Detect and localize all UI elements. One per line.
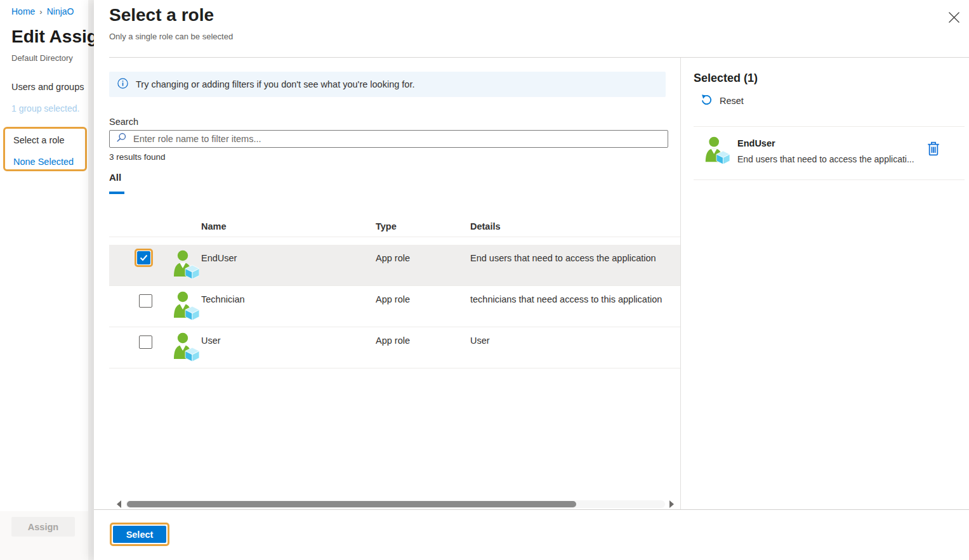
page-scrollbar-strip [88, 0, 94, 560]
checkbox-annotation-box [135, 249, 153, 267]
breadcrumb-current-link[interactable]: NinjaO [47, 6, 74, 16]
page-subtitle: Default Directory [11, 53, 73, 63]
info-banner-text: Try changing or adding filters if you do… [136, 79, 414, 89]
background-page-footer: Assign [0, 511, 88, 560]
select-role-annotation-box: Select a role None Selected [3, 127, 87, 171]
tab-all[interactable]: All [109, 172, 121, 183]
roles-table-body: EndUser App role End users that need to … [109, 245, 680, 368]
role-name: User [201, 335, 221, 346]
search-box [109, 130, 668, 148]
search-icon [115, 132, 127, 146]
selected-list-divider [694, 179, 965, 180]
scroll-left-arrow[interactable] [115, 500, 123, 509]
app-role-person-cube-icon [171, 291, 199, 320]
info-icon [117, 78, 128, 91]
role-name: Technician [201, 294, 245, 304]
role-details: User [470, 335, 680, 346]
column-header-details: Details [470, 221, 501, 231]
assign-button[interactable]: Assign [11, 517, 75, 537]
reset-button[interactable]: Reset [701, 94, 744, 108]
breadcrumb-home-link[interactable]: Home [11, 6, 35, 16]
scroll-right-arrow[interactable] [669, 500, 676, 509]
role-type: App role [376, 335, 410, 346]
tab-active-underline [109, 192, 124, 194]
search-input[interactable] [133, 131, 668, 147]
selected-item-description: End users that need to access the applic… [737, 154, 921, 164]
close-icon[interactable] [945, 9, 963, 27]
role-details: technicians that need access to this app… [470, 294, 680, 304]
panel-subtitle: Only a single role can be selected [109, 32, 233, 41]
table-row-technician[interactable]: Technician App role technicians that nee… [109, 286, 680, 327]
role-type: App role [376, 294, 410, 304]
none-selected-link[interactable]: None Selected [13, 157, 74, 167]
table-row-enduser[interactable]: EndUser App role End users that need to … [109, 245, 680, 286]
table-row-user[interactable]: User App role User [109, 327, 680, 368]
select-button[interactable]: Select [113, 526, 166, 543]
selected-panel-title: Selected (1) [694, 72, 758, 85]
app-role-person-cube-icon [171, 332, 199, 361]
info-banner: Try changing or adding filters if you do… [109, 72, 666, 97]
horizontal-scrollbar-thumb[interactable] [127, 501, 576, 507]
role-checkbox-checked[interactable] [137, 251, 150, 264]
select-button-annotation-box: Select [110, 523, 169, 546]
role-name: EndUser [201, 253, 237, 263]
role-checkbox-unchecked[interactable] [139, 294, 152, 308]
vertical-divider [680, 58, 681, 509]
app-role-person-cube-icon [703, 136, 730, 164]
role-type: App role [376, 253, 410, 263]
users-and-groups-label: Users and groups [11, 82, 84, 92]
select-a-role-label: Select a role [13, 135, 65, 145]
breadcrumb: Home›NinjaO [11, 6, 74, 16]
breadcrumb-separator: › [39, 7, 42, 16]
header-divider [109, 57, 969, 58]
role-checkbox-unchecked[interactable] [139, 335, 152, 349]
selected-item-enduser: EndUser End users that need to access th… [694, 127, 965, 179]
column-header-name: Name [201, 221, 227, 231]
azure-portal-page: { "background_page": { "breadcrumb": { "… [0, 0, 969, 560]
group-selected-link[interactable]: 1 group selected. [11, 103, 79, 114]
footer-divider [94, 509, 969, 510]
roles-table-header: Name Type Details [109, 220, 680, 237]
reset-button-label: Reset [720, 96, 744, 106]
trash-icon[interactable] [925, 141, 942, 157]
page-title: Edit Assig [11, 27, 94, 47]
search-label: Search [109, 117, 138, 127]
horizontal-scrollbar-track[interactable] [126, 500, 665, 508]
panel-title: Select a role [109, 5, 214, 25]
selected-item-name: EndUser [737, 138, 775, 148]
app-role-person-cube-icon [171, 250, 199, 279]
select-role-panel: Select a role Only a single role can be … [94, 0, 969, 560]
role-details: End users that need to access the applic… [470, 253, 680, 263]
undo-icon [701, 94, 713, 108]
results-count: 3 results found [109, 152, 166, 162]
column-header-type: Type [376, 221, 397, 231]
